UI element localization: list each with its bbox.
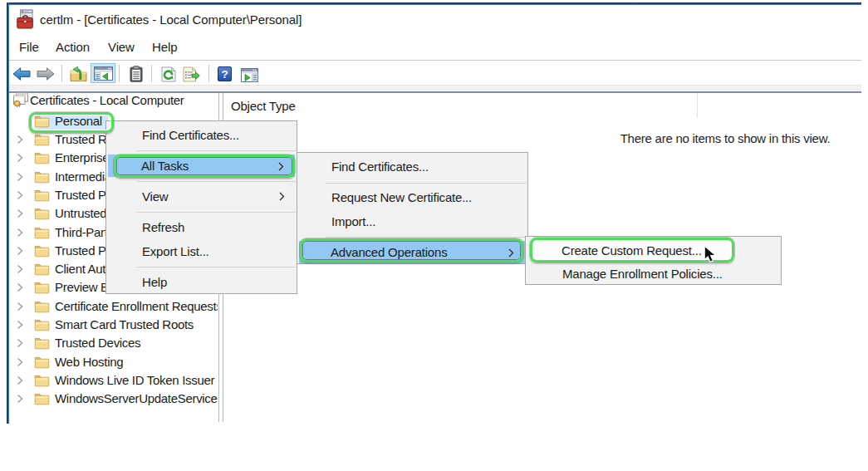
folder-icon bbox=[34, 170, 50, 184]
tree-item-enterprise-trust[interactable]: Enterprise Trust bbox=[8, 149, 27, 167]
tree-item-label[interactable]: WindowsServerUpdateServices bbox=[55, 390, 218, 408]
tree-item-label[interactable]: Windows Live ID Token Issuer bbox=[55, 371, 214, 390]
expand-chevron-icon[interactable] bbox=[17, 135, 23, 145]
menu-separator bbox=[326, 183, 527, 184]
tree-item-untrusted[interactable]: Untrusted Certificates bbox=[8, 204, 27, 223]
folder-icon bbox=[34, 300, 50, 313]
folder-icon bbox=[34, 262, 50, 276]
menu-item-view[interactable]: View bbox=[107, 184, 296, 209]
help-icon[interactable]: ? bbox=[218, 66, 232, 85]
menubar-separator bbox=[9, 60, 861, 61]
expand-chevron-icon[interactable] bbox=[17, 394, 23, 404]
menu-item-label: Export List... bbox=[142, 239, 209, 263]
tree-item-trusted-devices[interactable]: Trusted Devices bbox=[8, 334, 27, 352]
expand-chevron-icon[interactable] bbox=[17, 190, 23, 200]
menu-item-advanced-operations[interactable]: Advanced Operations bbox=[299, 241, 526, 263]
tree-item-trusted-people[interactable]: Trusted People bbox=[8, 242, 27, 260]
expand-chevron-icon[interactable] bbox=[17, 320, 23, 330]
toolbar-separator bbox=[119, 65, 120, 82]
folder-icon bbox=[34, 356, 50, 369]
back-icon[interactable] bbox=[12, 67, 31, 84]
folder-icon bbox=[34, 374, 50, 387]
tree-root-label[interactable]: Certificates - Local Computer bbox=[30, 91, 184, 110]
app-icon bbox=[17, 9, 33, 32]
tree-item-third-party[interactable]: Third-Party Root Certification Authoriti… bbox=[8, 223, 27, 242]
menu-item-label: Refresh bbox=[142, 215, 184, 239]
folder-icon bbox=[34, 189, 50, 202]
menu-item-import[interactable]: Import... bbox=[298, 209, 527, 233]
tree-item-wsus[interactable]: WindowsServerUpdateServices bbox=[8, 390, 27, 408]
expand-chevron-icon[interactable] bbox=[17, 264, 23, 274]
folder-icon bbox=[34, 392, 50, 405]
folder-icon bbox=[34, 281, 50, 294]
tree-item-trusted-publishers[interactable]: Trusted Publishers bbox=[8, 186, 27, 204]
tree-root-certificates[interactable]: Certificates - Local Computer bbox=[8, 91, 27, 110]
menubar-view[interactable]: View bbox=[108, 40, 135, 54]
menu-item-find-certificates-2[interactable]: Find Certificates... bbox=[298, 155, 527, 179]
tree-item-trusted-root[interactable]: Trusted Root Certification Authorities bbox=[8, 130, 27, 149]
menu-item-create-custom-request[interactable]: Create Custom Request... bbox=[532, 238, 731, 262]
expand-chevron-icon[interactable] bbox=[17, 153, 23, 163]
menu-item-label: Request New Certificate... bbox=[331, 185, 472, 209]
expand-chevron-icon[interactable] bbox=[17, 246, 23, 256]
tree-item-preview-build-roots[interactable]: Preview Build Roots bbox=[8, 278, 27, 297]
refresh-icon[interactable] bbox=[161, 66, 176, 86]
certificates-console-icon bbox=[12, 92, 29, 109]
forward-icon[interactable] bbox=[37, 67, 55, 84]
toolbar-separator bbox=[208, 65, 209, 82]
menubar-action[interactable]: Action bbox=[56, 40, 90, 54]
menubar-file[interactable]: File bbox=[19, 40, 39, 54]
toolbar-separator bbox=[61, 65, 62, 82]
menu-item-help[interactable]: Help bbox=[107, 270, 296, 294]
tree-item-intermediate[interactable]: Intermediate Certification Authorities bbox=[8, 168, 27, 186]
submenu-arrow-icon bbox=[508, 248, 514, 258]
certlm-window: certlm - [Certificates - Local Computer\… bbox=[0, 0, 868, 471]
tree-item-label[interactable]: Personal bbox=[55, 112, 102, 130]
tree-item-windows-live-id[interactable]: Windows Live ID Token Issuer bbox=[8, 371, 27, 390]
menu-separator bbox=[137, 181, 296, 182]
expand-chevron-icon[interactable] bbox=[17, 357, 23, 367]
export-list-icon[interactable] bbox=[183, 66, 200, 86]
column-header-object-type[interactable]: Object Type bbox=[231, 99, 296, 113]
tree-item-label[interactable]: Certificate Enrollment Requests bbox=[55, 297, 218, 316]
expand-chevron-icon[interactable] bbox=[17, 338, 23, 348]
up-one-level-icon[interactable] bbox=[70, 66, 87, 86]
advanced-operations-submenu: Create Custom Request... Manage Enrollme… bbox=[525, 236, 782, 285]
tree-item-client-auth[interactable]: Client Authentication Issuers bbox=[8, 260, 27, 278]
menu-item-find-certificates[interactable]: Find Certificates... bbox=[107, 123, 296, 147]
menu-item-manage-enrollment-policies[interactable]: Manage Enrollment Policies... bbox=[527, 262, 780, 286]
menu-item-refresh[interactable]: Refresh bbox=[107, 215, 296, 239]
menu-item-label: Advanced Operations bbox=[331, 241, 447, 263]
toolbar-separator bbox=[151, 65, 152, 82]
menu-separator bbox=[137, 150, 296, 151]
all-tasks-submenu: Find Certificates... Request New Certifi… bbox=[297, 152, 528, 264]
window-border-top bbox=[7, 2, 861, 5]
expand-chevron-icon[interactable] bbox=[17, 209, 23, 218]
tree-item-smart-card[interactable]: Smart Card Trusted Roots bbox=[8, 316, 27, 334]
expand-chevron-icon[interactable] bbox=[17, 302, 23, 312]
folder-icon bbox=[34, 226, 50, 239]
expand-chevron-icon[interactable] bbox=[17, 228, 23, 238]
column-divider[interactable] bbox=[697, 93, 698, 118]
menu-separator bbox=[326, 237, 527, 238]
clipboard-icon[interactable] bbox=[130, 66, 143, 86]
expand-chevron-icon[interactable] bbox=[17, 172, 23, 182]
menu-item-export-list[interactable]: Export List... bbox=[107, 239, 296, 263]
show-console-tree-icon[interactable] bbox=[94, 66, 113, 84]
tree-item-label[interactable]: Web Hosting bbox=[55, 353, 123, 371]
menu-item-request-new-certificate[interactable]: Request New Certificate... bbox=[298, 185, 527, 209]
menu-separator bbox=[137, 212, 296, 213]
menubar-help[interactable]: Help bbox=[152, 40, 177, 54]
menu-item-label: Help bbox=[142, 270, 167, 294]
folder-icon bbox=[34, 151, 50, 164]
menu-item-all-tasks[interactable]: All Tasks bbox=[108, 155, 295, 177]
tree-item-label[interactable]: Smart Card Trusted Roots bbox=[55, 316, 194, 334]
tree-item-web-hosting[interactable]: Web Hosting bbox=[8, 353, 27, 371]
show-action-pane-icon[interactable] bbox=[241, 68, 258, 86]
expand-chevron-icon[interactable] bbox=[17, 375, 23, 385]
tree-item-label[interactable]: Trusted Devices bbox=[55, 334, 140, 352]
tree-item-cert-enrollment-requests[interactable]: Certificate Enrollment Requests bbox=[8, 297, 27, 316]
expand-chevron-icon[interactable] bbox=[17, 282, 23, 292]
folder-icon bbox=[34, 133, 50, 146]
tree-item-personal[interactable]: Personal bbox=[8, 112, 27, 130]
